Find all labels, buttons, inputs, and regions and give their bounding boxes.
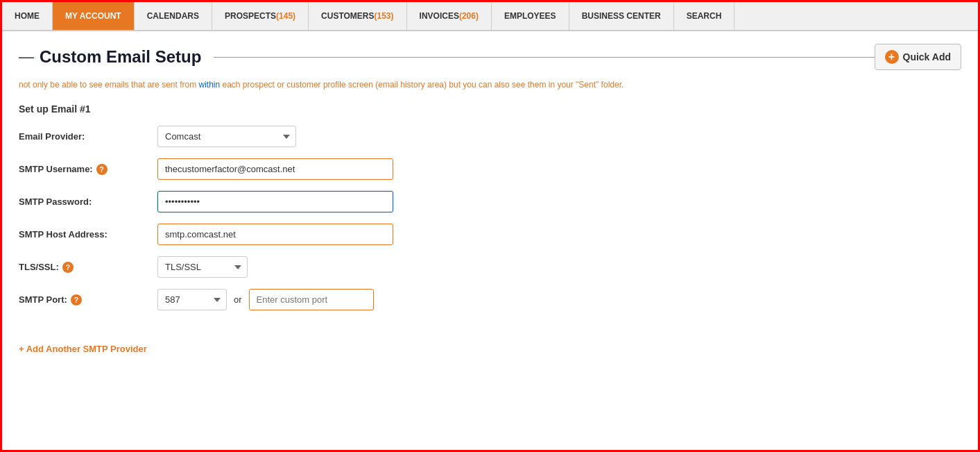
smtp-host-input[interactable] (157, 224, 393, 245)
tls-control: TLS/SSL SSL None (157, 256, 961, 278)
title-dash: — (19, 48, 34, 66)
email-provider-select[interactable]: Comcast Gmail Yahoo Outlook Other (157, 126, 296, 147)
custom-port-input[interactable] (249, 289, 374, 310)
smtp-port-help-icon[interactable]: ? (71, 294, 82, 305)
nav-employees[interactable]: EMPLOYEES (492, 2, 569, 30)
email-provider-row: Email Provider: Comcast Gmail Yahoo Outl… (19, 126, 961, 147)
navigation-bar: HOME MY ACCOUNT CALENDARS PROSPECTS(145)… (2, 2, 978, 31)
smtp-port-select[interactable]: 587 465 25 2525 (157, 289, 227, 310)
smtp-port-label: SMTP Port: ? (19, 294, 157, 305)
smtp-username-input[interactable] (157, 158, 393, 180)
port-area: 587 465 25 2525 or (157, 289, 961, 310)
smtp-host-row: SMTP Host Address: (19, 224, 961, 245)
smtp-username-control (157, 158, 961, 180)
add-provider-link[interactable]: + Add Another SMTP Provider (19, 344, 147, 354)
smtp-username-help-icon[interactable]: ? (96, 164, 108, 175)
quick-add-icon: + (885, 50, 899, 64)
smtp-host-label: SMTP Host Address: (19, 229, 157, 240)
nav-business-center[interactable]: BUSINESS CENTER (569, 2, 674, 30)
section-title: Set up Email #1 (19, 103, 961, 115)
info-text: not only be able to see emails that are … (19, 78, 961, 91)
smtp-port-row: SMTP Port: ? 587 465 25 2525 or (19, 289, 961, 310)
smtp-password-control (157, 191, 961, 212)
title-divider (214, 57, 874, 58)
nav-customers[interactable]: CUSTOMERS(153) (309, 2, 406, 30)
smtp-password-row: SMTP Password: (19, 191, 961, 212)
main-content: — Custom Email Setup + Quick Add not onl… (2, 31, 978, 367)
nav-calendars[interactable]: CALENDARS (135, 2, 212, 30)
page-header: — Custom Email Setup + Quick Add (19, 44, 961, 70)
page-title: Custom Email Setup (40, 47, 201, 67)
smtp-username-label: SMTP Username: ? (19, 164, 157, 175)
smtp-port-control: 587 465 25 2525 or (157, 289, 961, 310)
tls-row: TLS/SSL: ? TLS/SSL SSL None (19, 256, 961, 278)
nav-invoices[interactable]: INVOICES(206) (407, 2, 492, 30)
email-provider-label: Email Provider: (19, 131, 157, 142)
quick-add-button[interactable]: + Quick Add (875, 44, 962, 70)
nav-home[interactable]: HOME (2, 2, 53, 30)
tls-select[interactable]: TLS/SSL SSL None (157, 256, 248, 278)
nav-my-account[interactable]: MY ACCOUNT (53, 2, 135, 30)
smtp-username-row: SMTP Username: ? (19, 158, 961, 180)
nav-search[interactable]: SEARCH (674, 2, 735, 30)
or-label: or (234, 294, 242, 305)
tls-label: TLS/SSL: ? (19, 262, 157, 273)
smtp-password-input[interactable] (157, 191, 393, 212)
smtp-password-label: SMTP Password: (19, 196, 157, 207)
page-title-area: — Custom Email Setup (19, 47, 875, 67)
smtp-host-control (157, 224, 961, 245)
email-provider-control: Comcast Gmail Yahoo Outlook Other (157, 126, 961, 147)
nav-prospects[interactable]: PROSPECTS(145) (212, 2, 309, 30)
tls-help-icon[interactable]: ? (62, 262, 74, 273)
quick-add-label: Quick Add (903, 51, 952, 62)
